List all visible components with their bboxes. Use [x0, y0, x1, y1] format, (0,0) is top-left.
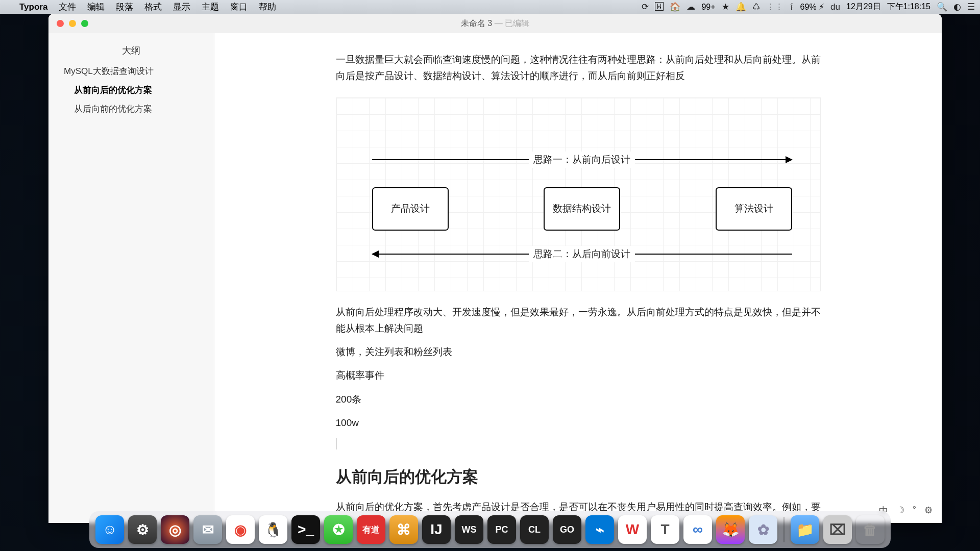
- design-diagram: 思路一：从前向后设计 产品设计 数据结构设计 算法设计 思路二：从后向前设计: [336, 97, 821, 291]
- notification-center-icon[interactable]: ☰: [967, 2, 975, 12]
- macos-menubar: Typora 文件 编辑 段落 格式 显示 主题 窗口 帮助 ⟳ 🅆 🏠 ☁ 9…: [0, 0, 980, 14]
- macos-dock: ☺⚙◎✉◉🐧>_✪有道⌘IJWSPCCLGO⌁WT∞🦊✿📁⌧🗑: [89, 511, 891, 548]
- paragraph[interactable]: 200条: [336, 391, 821, 408]
- paragraph[interactable]: 从前向后处理程序改动大、开发速度慢，但是效果最好，一劳永逸。从后向前处理方式的特…: [336, 304, 821, 337]
- arrow1-label: 思路一：从前向后设计: [529, 152, 635, 168]
- gear-icon[interactable]: ⚙: [924, 505, 933, 517]
- outline-item-root[interactable]: MySQL大数据查询设计: [48, 62, 214, 81]
- paragraph[interactable]: 100w: [336, 415, 821, 431]
- app-name[interactable]: Typora: [19, 2, 47, 12]
- dock-vscode-icon[interactable]: ⌁: [585, 515, 614, 544]
- typora-window: 未命名 3 — 已编辑 大纲 MySQL大数据查询设计 从前向后的优化方案 从后…: [48, 14, 942, 523]
- menu-paragraph[interactable]: 段落: [116, 1, 133, 13]
- dock-typora-icon[interactable]: T: [651, 515, 679, 544]
- dock-baidu-icon[interactable]: ∞: [683, 515, 712, 544]
- arrow-right-head: [635, 159, 792, 160]
- editor-area[interactable]: 一旦数据量巨大就会面临查询速度慢的问题，这种情况往往有两种处理思路：从前向后处理…: [214, 14, 942, 523]
- status-cloud-icon[interactable]: 🏠: [670, 2, 680, 12]
- close-window-button[interactable]: [57, 20, 64, 27]
- paragraph[interactable]: 微博，关注列表和粉丝列表: [336, 344, 821, 360]
- status-app-icon[interactable]: ⟳: [642, 2, 649, 12]
- menu-help[interactable]: 帮助: [259, 1, 276, 13]
- star-icon[interactable]: ★: [722, 2, 729, 12]
- dock-pycharm-icon[interactable]: PC: [487, 515, 516, 544]
- time-display[interactable]: 下午1:18:15: [887, 2, 930, 12]
- window-titlebar: 未命名 3 — 已编辑: [48, 14, 942, 33]
- outline-toggle-icon[interactable]: °: [913, 505, 916, 517]
- dock-device-icon[interactable]: ⌧: [823, 515, 852, 544]
- sidebar-header[interactable]: 大纲: [48, 39, 214, 62]
- wechat-status-icon[interactable]: ☁: [687, 2, 695, 12]
- spotlight-icon[interactable]: 🔍: [937, 2, 947, 12]
- paragraph[interactable]: 一旦数据量巨大就会面临查询速度慢的问题，这种情况往往有两种处理思路：从前向后处理…: [336, 52, 821, 85]
- dock-clion-icon[interactable]: CL: [520, 515, 549, 544]
- menu-edit[interactable]: 编辑: [87, 1, 105, 13]
- outline-item-back-to-front[interactable]: 从后向前的优化方案: [48, 99, 214, 118]
- menu-format[interactable]: 格式: [144, 1, 162, 13]
- bell-icon[interactable]: 🔔: [736, 2, 746, 12]
- paragraph[interactable]: 高概率事件: [336, 367, 821, 384]
- bluetooth-icon[interactable]: ⋮⋮: [766, 2, 783, 12]
- dock-settings-icon[interactable]: ⚙: [128, 515, 157, 544]
- dock-youdao-icon[interactable]: 有道: [357, 515, 385, 544]
- arrow-right-line: [372, 159, 529, 160]
- dock-mail-icon[interactable]: ✉: [193, 515, 222, 544]
- battery-status[interactable]: 69% ⚡︎: [800, 2, 824, 12]
- heading-front-to-back[interactable]: 从前向后的优化方案: [336, 464, 821, 491]
- dock-chrome-icon[interactable]: ◉: [226, 515, 255, 544]
- dock-finder-icon[interactable]: ☺: [95, 515, 124, 544]
- dock-trash-icon[interactable]: 🗑: [856, 515, 885, 544]
- dock-separator: [783, 517, 785, 542]
- menu-display[interactable]: 显示: [173, 1, 190, 13]
- dock-firefox-icon[interactable]: 🦊: [716, 515, 745, 544]
- outline-item-front-to-back[interactable]: 从前向后的优化方案: [48, 81, 214, 99]
- baidu-ime-icon[interactable]: du: [830, 2, 840, 12]
- arrow-left-line: [635, 254, 792, 255]
- night-mode-icon[interactable]: ☽: [896, 505, 904, 517]
- dock-wechat-icon[interactable]: ✪: [324, 515, 353, 544]
- control-center-icon[interactable]: ◐: [953, 2, 961, 12]
- date-display[interactable]: 12月29日: [846, 2, 881, 12]
- box-product-design: 产品设计: [372, 187, 449, 231]
- box-algorithm-design: 算法设计: [716, 187, 792, 231]
- menu-theme[interactable]: 主题: [202, 1, 219, 13]
- dock-app1-icon[interactable]: ⌘: [389, 515, 418, 544]
- dock-app2-icon[interactable]: ✿: [749, 515, 777, 544]
- document-title: 未命名 3 — 已编辑: [461, 18, 529, 29]
- dock-terminal-icon[interactable]: >_: [291, 515, 320, 544]
- arrow2-label: 思路二：从后向前设计: [529, 246, 635, 262]
- dock-qq-icon[interactable]: 🐧: [259, 515, 287, 544]
- outline-sidebar: 大纲 MySQL大数据查询设计 从前向后的优化方案 从后向前的优化方案: [48, 14, 214, 523]
- text-cursor[interactable]: [336, 438, 821, 449]
- arrow-left-head: [372, 254, 529, 255]
- menu-window[interactable]: 窗口: [230, 1, 248, 13]
- dock-siri-icon[interactable]: ◎: [161, 515, 189, 544]
- dock-goland-icon[interactable]: GO: [553, 515, 581, 544]
- fullscreen-window-button[interactable]: [81, 20, 88, 27]
- dock-wps-icon[interactable]: W: [618, 515, 647, 544]
- wifi-icon[interactable]: ⧙: [790, 2, 794, 12]
- status-w-icon[interactable]: 🅆: [655, 2, 664, 12]
- minimize-window-button[interactable]: [69, 20, 76, 27]
- dock-intellij-icon[interactable]: IJ: [422, 515, 451, 544]
- sync-icon[interactable]: ♺: [752, 2, 760, 12]
- dock-folder-icon[interactable]: 📁: [791, 515, 819, 544]
- menu-file[interactable]: 文件: [59, 1, 76, 13]
- box-data-structure-design: 数据结构设计: [544, 187, 620, 231]
- dock-webstorm-icon[interactable]: WS: [455, 515, 483, 544]
- notification-badge[interactable]: 99+: [701, 3, 715, 12]
